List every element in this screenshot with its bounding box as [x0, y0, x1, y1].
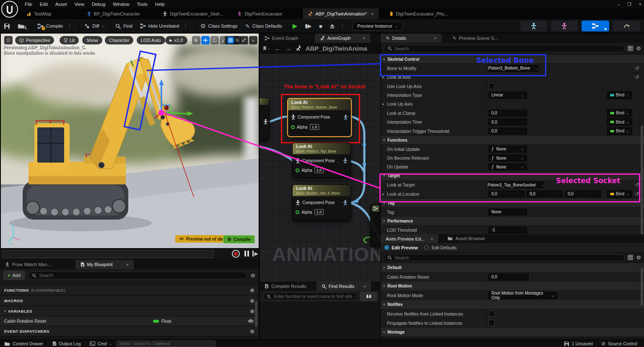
tab-testmap[interactable]: TestMap	[22, 8, 57, 19]
close-tab-icon[interactable]: ×	[371, 11, 374, 16]
tab-asset-browser[interactable]: Asset Browser	[442, 234, 490, 243]
forward-arrow-icon[interactable]: →	[285, 45, 291, 52]
section-notifies[interactable]: ▾Notifies	[381, 300, 644, 309]
look-at-location-x[interactable]: 0,0	[488, 191, 525, 197]
restore-button[interactable]: ❐	[628, 2, 631, 7]
lod-dropdown[interactable]: LOD Auto	[137, 36, 165, 44]
expand-arrow-icon[interactable]: ▸	[382, 192, 384, 196]
use-look-up-axis-checkbox[interactable]	[488, 83, 495, 89]
mode-skeleton-button[interactable]	[520, 21, 547, 31]
tab-my-blueprint[interactable]: My Blueprint ×	[75, 260, 134, 269]
details-scrollbar[interactable]	[641, 126, 643, 235]
event-dispatchers-section[interactable]: EVENT DISPATCHERS ⊕	[0, 326, 259, 337]
eject-button[interactable]	[326, 19, 338, 33]
bookmark-icon[interactable]: ⌄	[263, 46, 270, 51]
unreal-logo-icon[interactable]	[1, 0, 18, 18]
interpolation-type-dropdown[interactable]: Linear⌄	[488, 92, 527, 98]
content-drawer-button[interactable]: Content Drawer	[0, 340, 48, 347]
unsaved-button[interactable]: 1 Unsaved	[560, 340, 597, 347]
close-tab-icon[interactable]: ×	[431, 236, 433, 241]
interpolation-trigger-field[interactable]: 0,0	[488, 128, 527, 135]
preview-viewport[interactable]: Z X ☰ Perspective Lit Show Character LOD…	[1, 34, 259, 248]
perspective-dropdown[interactable]: Perspective	[15, 36, 54, 44]
tag-field[interactable]: None	[488, 209, 527, 215]
character-dropdown[interactable]: Character	[105, 36, 133, 44]
frame-skip-button[interactable]: ▮▶	[301, 19, 315, 33]
find-in-blueprints-button[interactable]	[360, 292, 377, 301]
edit-defaults-radio[interactable]: Edit Defaults	[424, 245, 457, 250]
lit-dropdown[interactable]: Lit	[60, 36, 79, 44]
on-become-relevant-dropdown[interactable]: ƒNone⌄	[488, 155, 527, 161]
tab-anim-preview-editor[interactable]: Anim Preview Ed... ×	[381, 234, 438, 243]
reset-icon[interactable]: ↺	[635, 191, 639, 197]
section-root-motion[interactable]: ▾Root Motion	[381, 282, 644, 291]
search-input[interactable]	[39, 272, 244, 278]
pause-button[interactable]	[244, 251, 249, 256]
save-button[interactable]	[0, 19, 14, 33]
propagate-notifies-checkbox[interactable]	[488, 320, 495, 326]
add-dispatcher-icon[interactable]: ⊕	[250, 328, 254, 334]
tab-abp-digitwinanimation[interactable]: ABP_DigiTwinAnimation* ×	[303, 8, 379, 19]
menu-help[interactable]: Help	[151, 0, 169, 8]
class-settings-button[interactable]: ⚙ Class Settings	[197, 19, 242, 33]
look-at-target-dropdown[interactable]: Piston3_Top_BoneSocket⌄	[488, 181, 544, 188]
viewport-compile-button[interactable]: ⚙ Compile	[223, 235, 255, 243]
anim-preview-search[interactable]	[384, 254, 625, 262]
play-speed-button[interactable]: ▶x1,0	[165, 36, 187, 44]
expand-arrow-icon[interactable]: ▸	[382, 102, 384, 106]
tab-compiler-results[interactable]: Compiler Results	[260, 282, 312, 291]
section-montage[interactable]: ▾Montage	[381, 328, 644, 337]
menu-edit[interactable]: Edit	[36, 0, 52, 8]
find-search[interactable]	[263, 293, 358, 300]
animgraph-canvas[interactable]: ANIMATION The bon	[260, 54, 380, 282]
expand-toolbar-button[interactable]: »	[249, 36, 257, 44]
tab-animgraph[interactable]: AnimGraph ×	[315, 34, 370, 43]
menu-asset[interactable]: Asset	[52, 0, 71, 8]
play-options-icon[interactable]: ⋮	[338, 23, 347, 29]
bind-dropdown[interactable]: Bind⌄	[607, 91, 632, 99]
pose-input-pin[interactable]	[296, 200, 300, 205]
menu-tools[interactable]: Tools	[133, 0, 151, 8]
alpha-pin[interactable]	[296, 210, 299, 214]
display-filter-icon[interactable]	[628, 255, 633, 260]
console-command-input[interactable]	[117, 341, 216, 347]
pose-output-pin[interactable]	[343, 114, 348, 120]
alpha-pin[interactable]	[296, 168, 299, 172]
tab-find-results[interactable]: Find Results ×	[317, 282, 371, 291]
tab-bp-digitwincharacter[interactable]: BP_DigiTwinCharacter	[82, 8, 145, 19]
section-performance[interactable]: ▾Performance	[381, 217, 644, 225]
tab-digitwinexcavator-phy[interactable]: DigiTwinExcavator_Phy...	[384, 8, 453, 19]
bind-dropdown[interactable]: Bind⌄	[607, 190, 632, 198]
section-default[interactable]: ▾Default	[381, 263, 644, 272]
anim-preview-search-input[interactable]	[394, 255, 621, 261]
grid-snap-control[interactable]: 5	[225, 36, 241, 44]
tab-event-graph[interactable]: Event Graph	[260, 34, 303, 43]
step-forward-button[interactable]: ▶	[252, 251, 258, 256]
my-blueprint-scrollbar[interactable]	[255, 301, 257, 327]
reset-icon[interactable]: ↺	[635, 182, 639, 188]
bind-dropdown[interactable]: Bind⌄	[607, 118, 632, 126]
partial-node-right[interactable]	[370, 204, 380, 246]
find-button[interactable]: Find	[112, 19, 136, 33]
close-button[interactable]: ×	[639, 2, 641, 7]
alpha-value[interactable]: 1,0	[314, 209, 324, 215]
timeline-scrubber[interactable]	[3, 250, 214, 258]
reset-icon[interactable]: ↺	[635, 65, 639, 71]
close-tab-icon[interactable]: ×	[362, 36, 365, 41]
partial-node-left[interactable]	[260, 98, 270, 140]
look-at-node-1[interactable]: Look At Bone: Piston3_Bottom_Bone Compon…	[287, 98, 352, 137]
breadcrumb[interactable]: ABP_DigiTwinAnima	[306, 45, 367, 52]
class-defaults-button[interactable]: ✎ Class Defaults	[242, 19, 286, 33]
close-tab-icon[interactable]: ×	[364, 284, 366, 289]
tab-details[interactable]: ✎ Details ×	[381, 34, 441, 43]
browse-button[interactable]	[14, 19, 31, 33]
hide-unrelated-button[interactable]: Hide Unrelated⋮	[136, 19, 194, 33]
cmd-dropdown[interactable]: Cmd⌄	[86, 340, 117, 347]
output-log-button[interactable]: Output Log	[48, 340, 85, 347]
menu-view[interactable]: View	[70, 0, 88, 8]
section-target[interactable]: ▾Target	[381, 172, 644, 181]
mode-mesh-button[interactable]	[551, 21, 578, 31]
anim-preview-scrollbar[interactable]	[641, 268, 643, 306]
close-tab-icon[interactable]: ×	[126, 262, 129, 267]
variables-section[interactable]: ▾ VARIABLES ⊕	[0, 306, 259, 316]
